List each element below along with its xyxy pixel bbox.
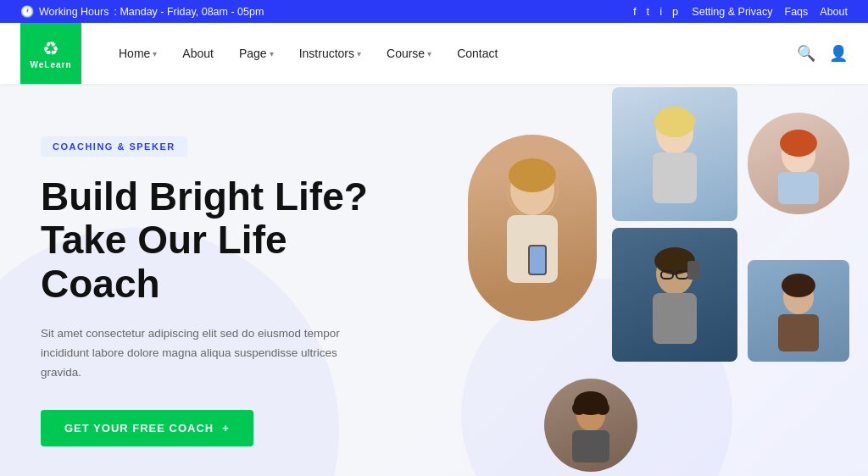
- top-bar-links: Setting & Privacy Faqs About: [692, 6, 848, 18]
- social-links: f t i p: [633, 5, 678, 18]
- cta-label: GET YOUR FREE COACH: [64, 422, 214, 434]
- plus-icon: +: [222, 422, 230, 434]
- hero-title: Build Bright Life? Take Our Life Coach: [41, 175, 380, 307]
- person-mid-right-svg: [624, 235, 726, 354]
- svg-point-24: [572, 401, 586, 415]
- hero-title-line1: Build Bright Life?: [41, 174, 368, 219]
- working-hours: 🕐 Working Hours : Manday - Friday, 08am …: [20, 5, 264, 18]
- top-bar-right: f t i p Setting & Privacy Faqs About: [633, 5, 848, 18]
- svg-rect-21: [778, 314, 819, 351]
- svg-point-20: [782, 274, 815, 297]
- svg-rect-18: [778, 172, 819, 204]
- nav-about-label: About: [182, 47, 214, 60]
- svg-rect-5: [530, 246, 545, 274]
- chevron-down-icon: ▾: [153, 49, 157, 58]
- setting-privacy-link[interactable]: Setting & Privacy: [692, 6, 772, 18]
- cta-button[interactable]: GET YOUR FREE COACH +: [41, 410, 253, 446]
- nav-item-page[interactable]: Page ▾: [229, 40, 284, 67]
- hero-title-line3: Coach: [41, 262, 160, 306]
- hero-description: Sit amet consectetur adipiscing elit sed…: [41, 324, 380, 383]
- hero-content: COACHING & SPEKER Build Bright Life? Tak…: [0, 96, 420, 476]
- facebook-icon[interactable]: f: [633, 5, 637, 18]
- person-far-right-top-svg: [758, 123, 839, 204]
- hero-title-line2: Take Our Life: [41, 218, 287, 262]
- instagram-icon[interactable]: i: [659, 5, 662, 18]
- logo-text: WeLearn: [30, 60, 71, 69]
- logo[interactable]: ♻ WeLearn: [20, 23, 81, 84]
- working-hours-label: Working Hours: [39, 6, 108, 18]
- svg-rect-8: [653, 152, 697, 203]
- logo-icon: ♻: [42, 38, 59, 60]
- hero-image-bottom-left: [544, 379, 637, 472]
- nav-item-home[interactable]: Home ▾: [108, 40, 167, 67]
- nav-links: Home ▾ About Page ▾ Instructors ▾ Course…: [108, 40, 797, 67]
- twitter-icon[interactable]: t: [647, 5, 650, 18]
- hero-image-far-right-bot: [748, 260, 849, 362]
- hero-images: [427, 84, 868, 476]
- chevron-down-icon: ▾: [427, 49, 431, 58]
- svg-rect-15: [687, 261, 699, 280]
- faqs-link[interactable]: Faqs: [785, 6, 809, 18]
- hero-tag: COACHING & SPEKER: [41, 136, 187, 157]
- nav-contact-label: Contact: [457, 47, 498, 60]
- person-top-right-svg: [624, 95, 726, 213]
- chevron-down-icon: ▾: [357, 49, 361, 58]
- nav-bar: ♻ WeLearn Home ▾ About Page ▾ Instructor…: [0, 23, 868, 84]
- person-center-svg: [481, 143, 583, 313]
- user-button[interactable]: 👤: [829, 44, 848, 63]
- working-hours-value: : Manday - Friday, 08am - 05pm: [114, 6, 264, 18]
- nav-home-label: Home: [119, 47, 150, 60]
- pinterest-icon[interactable]: p: [672, 5, 678, 18]
- nav-item-course[interactable]: Course ▾: [376, 40, 442, 67]
- nav-actions: 🔍 👤: [797, 44, 848, 63]
- top-bar: 🕐 Working Hours : Manday - Friday, 08am …: [0, 0, 868, 23]
- person-bottom-left-svg: [554, 388, 628, 462]
- search-button[interactable]: 🔍: [797, 44, 815, 63]
- person-far-right-bot-svg: [758, 270, 839, 351]
- svg-point-2: [509, 158, 556, 192]
- about-top-link[interactable]: About: [820, 6, 848, 18]
- nav-item-about[interactable]: About: [172, 40, 224, 67]
- svg-rect-26: [572, 430, 609, 462]
- hero-image-far-right-top: [748, 113, 849, 214]
- svg-rect-11: [653, 293, 697, 344]
- nav-instructors-label: Instructors: [299, 47, 354, 60]
- clock-icon: 🕐: [20, 5, 34, 18]
- hero-image-top-right: [612, 87, 737, 221]
- nav-item-contact[interactable]: Contact: [447, 40, 508, 67]
- chevron-down-icon: ▾: [270, 49, 274, 58]
- svg-point-25: [596, 401, 609, 415]
- svg-point-7: [654, 107, 695, 137]
- nav-course-label: Course: [387, 47, 425, 60]
- svg-point-17: [780, 130, 817, 157]
- hero-section: COACHING & SPEKER Build Bright Life? Tak…: [0, 84, 868, 476]
- nav-item-instructors[interactable]: Instructors ▾: [289, 40, 371, 67]
- nav-page-label: Page: [239, 47, 267, 60]
- hero-image-center-person: [468, 135, 597, 321]
- hero-image-mid-right: [612, 228, 737, 362]
